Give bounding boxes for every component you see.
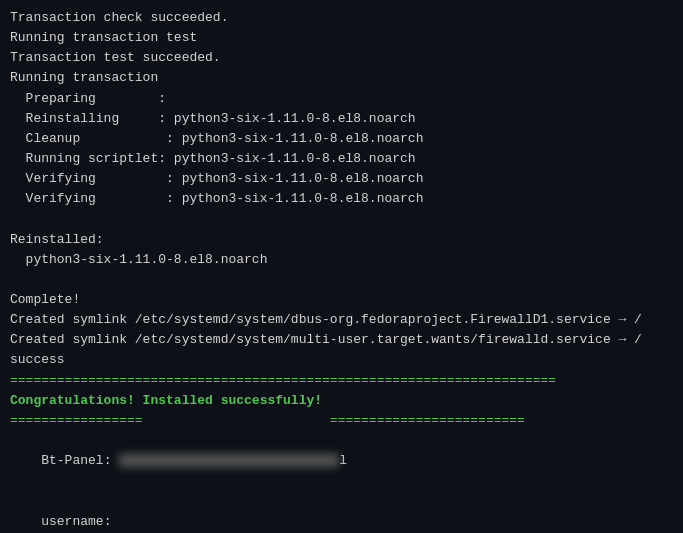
line-complete: Complete! bbox=[10, 290, 673, 310]
line-scriptlet: Running scriptlet: python3-six-1.11.0-8.… bbox=[10, 149, 673, 169]
line-blank2 bbox=[10, 270, 673, 290]
line-success: success bbox=[10, 350, 673, 370]
line-package: python3-six-1.11.0-8.el8.noarch bbox=[10, 250, 673, 270]
line-symlink2: Created symlink /etc/systemd/system/mult… bbox=[10, 330, 673, 350]
line-cleanup: Cleanup : python3-six-1.11.0-8.el8.noarc… bbox=[10, 129, 673, 149]
line-transaction-check: Transaction check succeeded. bbox=[10, 8, 673, 28]
line-test-succeeded: Transaction test succeeded. bbox=[10, 48, 673, 68]
line-running-test: Running transaction test bbox=[10, 28, 673, 48]
line-username: username: bbox=[10, 491, 673, 533]
line-preparing: Preparing : bbox=[10, 89, 673, 109]
line-reinstalled: Reinstalled: bbox=[10, 230, 673, 250]
line-verifying2: Verifying : python3-six-1.11.0-8.el8.noa… bbox=[10, 189, 673, 209]
line-symlink1: Created symlink /etc/systemd/system/dbus… bbox=[10, 310, 673, 330]
line-sep2: ================= ======================… bbox=[10, 411, 673, 431]
line-verifying1: Verifying : python3-six-1.11.0-8.el8.noa… bbox=[10, 169, 673, 189]
btpanel-blur bbox=[119, 454, 339, 467]
line-blank1 bbox=[10, 209, 673, 229]
line-btpanel: Bt-Panel: l bbox=[10, 431, 673, 491]
line-reinstalling: Reinstalling : python3-six-1.11.0-8.el8.… bbox=[10, 109, 673, 129]
terminal-window: Transaction check succeeded. Running tra… bbox=[0, 0, 683, 533]
line-congrats: Congratulations! Installed successfully! bbox=[10, 391, 673, 411]
line-sep1: ========================================… bbox=[10, 371, 673, 391]
line-running-transaction: Running transaction bbox=[10, 68, 673, 88]
